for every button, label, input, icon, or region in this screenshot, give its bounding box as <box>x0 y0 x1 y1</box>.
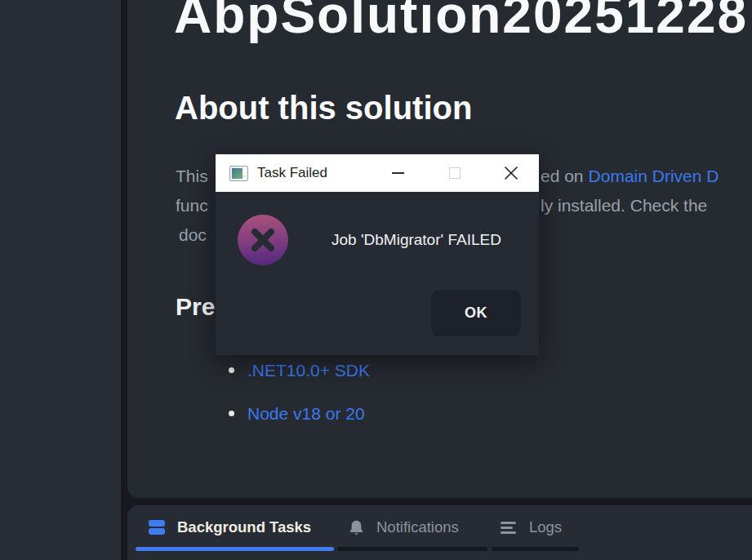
list-item: Node v18 or 20 <box>226 403 365 424</box>
bottom-tab-bar: Background Tasks Notifications Logs <box>127 505 752 560</box>
window-image-icon <box>229 166 248 181</box>
tab-background-tasks[interactable]: Background Tasks <box>136 509 334 546</box>
dialog-body: Job 'DbMigrator' FAILED OK <box>216 192 539 355</box>
paragraph-line2-right: ly installed. Check the <box>541 195 707 216</box>
bullet-icon <box>229 411 234 416</box>
left-background-column <box>0 0 121 560</box>
window-controls <box>370 154 539 192</box>
dialog-titlebar[interactable]: Task Failed <box>216 154 539 192</box>
maximize-icon <box>449 167 461 179</box>
dotnet-sdk-link[interactable]: .NET10.0+ SDK <box>247 360 370 380</box>
close-icon <box>504 166 518 180</box>
dialog-title: Task Failed <box>257 165 327 181</box>
active-tab-underline <box>136 547 334 551</box>
screen: AbpSolution20251228 About this solution … <box>0 0 752 560</box>
tab-underline <box>337 547 487 551</box>
node-version-link[interactable]: Node v18 or 20 <box>247 403 365 424</box>
ok-button[interactable]: OK <box>431 290 521 336</box>
minimize-icon <box>392 172 404 174</box>
dialog-message: Job 'DbMigrator' FAILED <box>332 231 501 249</box>
tab-notifications[interactable]: Notifications <box>337 509 487 546</box>
maximize-button[interactable] <box>426 154 483 192</box>
task-failed-dialog: Task Failed <box>216 154 539 355</box>
bell-icon <box>349 519 364 536</box>
tab-label: Notifications <box>376 518 459 536</box>
paragraph-line2-left: func <box>176 195 208 216</box>
minimize-button[interactable] <box>370 154 426 192</box>
prerequisites-heading: Pre <box>176 295 215 319</box>
paragraph-line3-left: doc <box>179 224 207 245</box>
domain-driven-design-link[interactable]: Domain Driven D <box>589 167 719 185</box>
list-item: .NET10.0+ SDK <box>226 360 370 380</box>
paragraph-line1-mid: ed on <box>541 167 584 185</box>
tab-underline <box>492 547 579 551</box>
tab-label: Logs <box>529 518 562 536</box>
paragraph-line1-right: ed onDomain Driven D <box>541 166 719 186</box>
error-cross-icon <box>238 215 288 265</box>
bullet-icon <box>229 367 234 373</box>
about-heading: About this solution <box>175 91 472 124</box>
tab-label: Background Tasks <box>177 518 311 536</box>
tab-logs[interactable]: Logs <box>492 509 579 546</box>
lines-icon <box>501 520 517 535</box>
solution-title: AbpSolution20251228 <box>174 0 748 41</box>
close-button[interactable] <box>483 154 539 192</box>
paragraph-line1-left: This <box>176 166 208 186</box>
stack-icon <box>149 519 165 536</box>
